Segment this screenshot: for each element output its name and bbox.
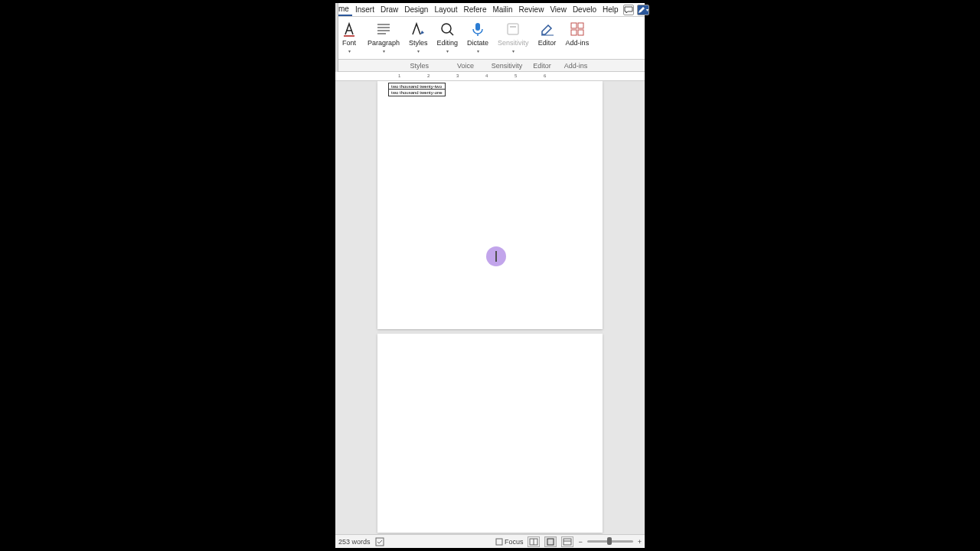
ruler-mark: 1 [398, 73, 400, 78]
document-area[interactable]: two thousand twenty-two two thousand twe… [335, 81, 645, 537]
styles-group[interactable]: Styles ▾ [404, 18, 433, 57]
print-layout-button[interactable] [544, 536, 557, 547]
sensitivity-label: Sensitivity [498, 40, 529, 47]
svg-rect-12 [578, 23, 583, 28]
zoom-slider-thumb[interactable] [607, 537, 612, 545]
ruler-mark: 6 [544, 73, 546, 78]
focus-label: Focus [505, 538, 524, 546]
styles-group-label: Styles [335, 62, 443, 70]
sensitivity-icon [504, 20, 522, 38]
zoom-in-button[interactable]: + [638, 538, 642, 546]
addins-group-label: Add-ins [559, 62, 593, 70]
svg-rect-8 [508, 24, 518, 34]
editing-group[interactable]: Editing ▾ [433, 18, 463, 57]
menu-developer[interactable]: Develo [570, 4, 599, 15]
read-mode-button[interactable] [528, 536, 540, 547]
svg-rect-19 [547, 539, 554, 545]
ruler-mark: 4 [485, 73, 488, 78]
menu-view[interactable]: View [547, 4, 570, 15]
editing-label: Editing [437, 40, 459, 47]
page-1[interactable]: two thousand twenty-two two thousand twe… [377, 81, 603, 329]
ribbon: Font ▾ Paragraph ▾ Styles ▾ Editing ▾ [335, 17, 645, 60]
svg-rect-15 [376, 538, 384, 546]
comments-button[interactable] [623, 5, 634, 15]
table-row[interactable]: two thousand twenty-one [389, 90, 445, 96]
microphone-icon [469, 20, 487, 38]
table-row[interactable]: two thousand twenty-two [389, 83, 445, 90]
sensitivity-group-label: Sensitivity [488, 62, 525, 70]
addins-group[interactable]: Add-ins [561, 18, 594, 57]
voice-group-label: Voice [443, 62, 488, 70]
document-table[interactable]: two thousand twenty-two two thousand twe… [388, 83, 446, 96]
ribbon-group-labels: Styles Voice Sensitivity Editor Add-ins [335, 60, 645, 72]
styles-label: Styles [409, 40, 428, 47]
svg-rect-13 [571, 30, 577, 35]
svg-rect-7 [475, 23, 480, 31]
dictate-group[interactable]: Dictate ▾ [462, 18, 493, 57]
horizontal-ruler[interactable]: 1 2 3 4 5 6 [335, 72, 645, 81]
svg-rect-16 [496, 539, 502, 545]
svg-rect-11 [571, 23, 577, 28]
focus-mode-icon[interactable]: Focus [495, 538, 524, 546]
styles-icon [409, 20, 427, 38]
menu-references[interactable]: Refere [460, 4, 489, 15]
menu-design[interactable]: Design [401, 4, 431, 15]
search-icon [438, 20, 456, 38]
editor-group[interactable]: Editor [534, 18, 561, 57]
menu-insert[interactable]: Insert [352, 4, 377, 15]
ruler-mark: 2 [427, 73, 430, 78]
editor-label: Editor [538, 40, 557, 47]
zoom-out-button[interactable]: − [578, 538, 582, 546]
chevron-down-icon: ▾ [477, 48, 479, 54]
spellcheck-icon[interactable] [375, 537, 384, 546]
menu-review[interactable]: Review [516, 4, 547, 15]
word-window: me Insert Draw Design Layout Refere Mail… [335, 3, 645, 548]
addins-icon [568, 20, 586, 38]
page-2[interactable] [377, 334, 603, 533]
menu-mailings[interactable]: Mailin [489, 4, 515, 15]
word-count[interactable]: 253 words [338, 538, 371, 546]
editor-icon [538, 20, 557, 38]
chevron-down-icon: ▾ [383, 48, 385, 54]
dictate-label: Dictate [467, 40, 488, 47]
font-group[interactable]: Font ▾ [335, 18, 363, 57]
font-icon [340, 20, 358, 38]
svg-rect-14 [578, 30, 583, 35]
menu-help[interactable]: Help [599, 4, 622, 15]
paragraph-group[interactable]: Paragraph ▾ [363, 18, 404, 57]
svg-rect-20 [564, 539, 571, 545]
chevron-down-icon: ▾ [417, 48, 420, 54]
menu-draw[interactable]: Draw [377, 4, 401, 15]
menu-layout[interactable]: Layout [431, 4, 460, 15]
svg-line-6 [449, 31, 453, 35]
paragraph-icon [374, 20, 393, 38]
editor-group-label: Editor [525, 62, 559, 70]
sensitivity-group: Sensitivity ▾ [493, 18, 534, 57]
cursor-highlight [486, 246, 506, 266]
menu-bar: me Insert Draw Design Layout Refere Mail… [335, 3, 645, 17]
font-label: Font [342, 40, 356, 47]
paragraph-label: Paragraph [368, 40, 400, 47]
addins-label: Add-ins [566, 40, 590, 47]
status-bar: 253 words Focus − + [335, 534, 645, 548]
editing-mode-button[interactable]: ▾ [637, 5, 649, 15]
chevron-down-icon: ▾ [348, 48, 351, 54]
chevron-down-icon: ▾ [446, 48, 449, 54]
web-layout-button[interactable] [561, 536, 573, 547]
ruler-mark: 5 [514, 73, 517, 78]
zoom-slider[interactable] [587, 540, 633, 543]
ruler-mark: 3 [456, 73, 459, 78]
chevron-down-icon: ▾ [512, 48, 514, 54]
svg-rect-9 [510, 26, 516, 28]
